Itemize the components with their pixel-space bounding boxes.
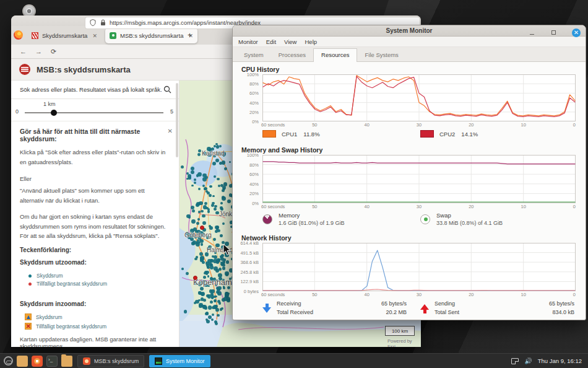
shelter-dot[interactable] bbox=[220, 202, 223, 204]
shelter-dot[interactable] bbox=[222, 266, 226, 270]
shield-permissions-icon[interactable] bbox=[90, 19, 96, 26]
volume-icon[interactable]: 🔊 bbox=[524, 357, 532, 364]
shelter-dot[interactable] bbox=[212, 195, 215, 198]
tab-close-icon[interactable]: ✕ bbox=[92, 33, 97, 39]
system-monitor-titlebar[interactable]: System Monitor bbox=[233, 25, 586, 37]
shelter-dot[interactable] bbox=[205, 261, 209, 265]
shelter-dot[interactable] bbox=[216, 291, 219, 294]
firefox-logo-icon[interactable] bbox=[14, 30, 23, 40]
shelter-dot[interactable] bbox=[203, 299, 206, 302]
tab-processes[interactable]: Processes bbox=[271, 49, 313, 61]
tab-resources[interactable]: Resources bbox=[313, 48, 357, 62]
shelter-dot[interactable] bbox=[205, 207, 209, 210]
tab-skyddsrumskarta[interactable]: Skyddsrumskarta ✕ bbox=[27, 28, 102, 43]
minimize-button[interactable] bbox=[529, 30, 535, 35]
shelter-dot[interactable] bbox=[213, 238, 216, 241]
shelter-dot[interactable] bbox=[198, 291, 201, 294]
slider-track[interactable] bbox=[25, 112, 163, 113]
restricted-shelter-dot[interactable] bbox=[200, 226, 204, 230]
shelter-dot[interactable] bbox=[188, 216, 191, 219]
maximize-button[interactable] bbox=[551, 30, 556, 35]
menu-help[interactable]: Help bbox=[305, 38, 317, 45]
tab-system[interactable]: System bbox=[236, 49, 271, 61]
shelter-dot[interactable] bbox=[197, 218, 200, 221]
shelter-dot[interactable] bbox=[200, 239, 204, 243]
shelter-dot[interactable] bbox=[221, 307, 223, 310]
howto-close-icon[interactable]: ✕ bbox=[168, 128, 173, 134]
shelter-dot[interactable] bbox=[191, 206, 194, 209]
shelter-dot[interactable] bbox=[209, 185, 212, 188]
shelter-dot[interactable] bbox=[188, 177, 191, 180]
menu-button[interactable] bbox=[4, 356, 13, 366]
shelter-dot[interactable] bbox=[220, 262, 225, 266]
shelter-dot[interactable] bbox=[224, 167, 227, 170]
teal-dot-icon bbox=[28, 274, 32, 278]
menu-view[interactable]: View bbox=[284, 38, 296, 45]
restricted-shelter-dot[interactable] bbox=[193, 276, 197, 280]
shelter-dot[interactable] bbox=[214, 305, 217, 309]
shelter-dot[interactable] bbox=[202, 185, 205, 187]
shelter-dot[interactable] bbox=[218, 273, 222, 278]
forward-icon[interactable]: → bbox=[35, 48, 42, 55]
taskbar-window-firefox[interactable]: MSB:s skyddsrumsk... bbox=[77, 355, 144, 367]
shelter-dot[interactable] bbox=[205, 312, 209, 316]
shelter-dot[interactable] bbox=[218, 185, 220, 187]
shelter-dot[interactable] bbox=[198, 188, 201, 190]
tab-msb-skyddsrumskarta[interactable]: MSB:s skyddsrumskarta ✕ bbox=[105, 28, 197, 43]
instruction-paragraph: Klicka på "Sök efter adress eller plats"… bbox=[20, 147, 170, 167]
firefox-launcher-icon[interactable] bbox=[32, 356, 43, 367]
shelter-dot[interactable] bbox=[208, 305, 212, 310]
shelter-dot[interactable] bbox=[197, 153, 201, 156]
shelter-dot[interactable] bbox=[207, 266, 210, 269]
shelter-dot[interactable] bbox=[184, 310, 187, 313]
shelter-dot[interactable] bbox=[181, 268, 183, 269]
shelter-dot[interactable] bbox=[225, 271, 229, 276]
shelter-dot[interactable] bbox=[226, 260, 229, 263]
shelter-dot[interactable] bbox=[208, 315, 212, 319]
shelter-dot[interactable] bbox=[202, 214, 205, 218]
red-dot-icon bbox=[28, 283, 32, 286]
shelter-dot[interactable] bbox=[215, 226, 218, 229]
back-icon[interactable]: ← bbox=[20, 48, 27, 55]
tab-file-systems[interactable]: File Systems bbox=[357, 49, 405, 61]
shelter-dot[interactable] bbox=[198, 211, 201, 213]
shelter-dot[interactable] bbox=[222, 298, 225, 302]
shelter-dot[interactable] bbox=[191, 219, 196, 224]
search-icon[interactable] bbox=[163, 85, 171, 94]
display-tray-icon[interactable] bbox=[511, 358, 519, 364]
panel-scrollbar[interactable] bbox=[176, 83, 178, 157]
search-input[interactable]: Sök adress eller plats. Resultatet visas… bbox=[20, 86, 162, 93]
shelter-dot[interactable] bbox=[205, 190, 208, 193]
shelter-dot[interactable] bbox=[217, 229, 220, 232]
shelter-dot[interactable] bbox=[199, 303, 203, 307]
shelter-dot[interactable] bbox=[191, 167, 194, 170]
shelter-dot[interactable] bbox=[217, 178, 220, 181]
shelter-dot[interactable] bbox=[214, 208, 217, 211]
menu-edit[interactable]: Edit bbox=[266, 38, 276, 45]
shelter-dot[interactable] bbox=[199, 252, 203, 256]
shelter-dot[interactable] bbox=[222, 160, 226, 165]
shelter-dot[interactable] bbox=[205, 176, 208, 179]
shelter-dot[interactable] bbox=[215, 159, 219, 162]
shelter-dot[interactable] bbox=[207, 210, 210, 213]
shelter-dot[interactable] bbox=[214, 300, 217, 302]
slider-handle[interactable] bbox=[51, 110, 57, 116]
files-launcher-icon[interactable] bbox=[17, 356, 28, 367]
shelter-dot[interactable] bbox=[186, 272, 189, 275]
folder-launcher-icon[interactable] bbox=[61, 356, 72, 367]
shelter-dot[interactable] bbox=[210, 265, 214, 269]
new-tab-button[interactable]: + bbox=[188, 31, 192, 40]
close-button[interactable] bbox=[572, 28, 581, 37]
shelter-dot[interactable] bbox=[210, 300, 213, 304]
clock[interactable]: Thu Jan 9, 16:12 bbox=[538, 357, 582, 364]
terminal-launcher-icon[interactable] bbox=[46, 356, 58, 367]
shelter-dot[interactable] bbox=[220, 234, 223, 237]
shelter-dot[interactable] bbox=[192, 240, 197, 245]
shelter-dot[interactable] bbox=[196, 256, 198, 258]
shelter-dot[interactable] bbox=[210, 292, 214, 296]
menu-monitor[interactable]: Monitor bbox=[238, 38, 258, 45]
shelter-dot[interactable] bbox=[191, 170, 194, 174]
shelter-dot[interactable] bbox=[186, 172, 189, 175]
reload-icon[interactable]: ⟳ bbox=[51, 48, 56, 56]
taskbar-window-system-monitor[interactable]: System Monitor bbox=[149, 355, 210, 367]
